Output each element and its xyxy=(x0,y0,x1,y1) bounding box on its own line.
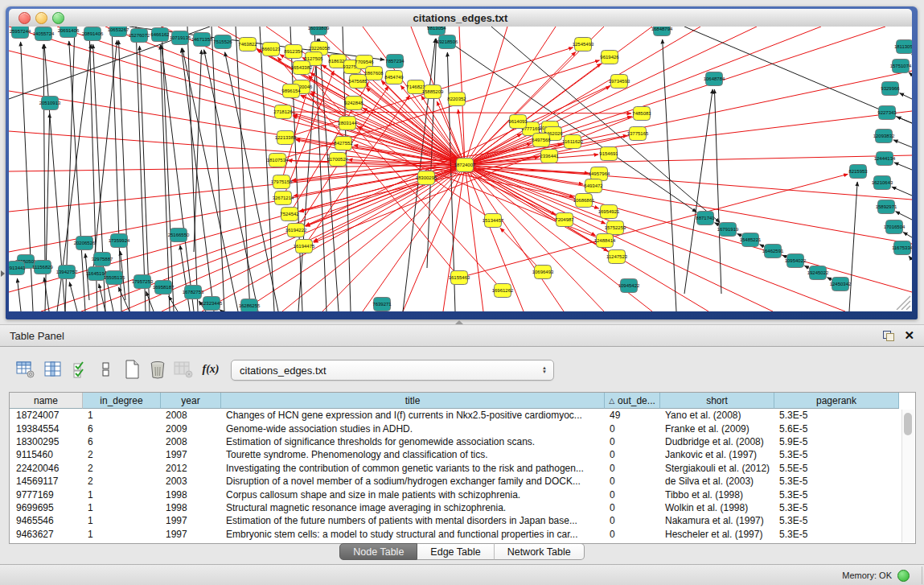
table-cell[interactable]: 5.3E-5 xyxy=(774,489,899,501)
table-cell[interactable]: 1998 xyxy=(161,502,221,513)
table-cell[interactable]: 9777169 xyxy=(10,489,83,501)
table-cell[interactable]: 1 xyxy=(83,529,161,540)
table-cell[interactable]: 6 xyxy=(83,436,161,447)
select-rows-icon[interactable] xyxy=(69,357,92,381)
network-node[interactable]: 16961262 xyxy=(492,284,514,298)
table-cell[interactable]: Yano et al. (2008) xyxy=(660,410,774,421)
network-node[interactable]: 7524542 xyxy=(280,208,299,221)
network-node[interactable]: 2336441 xyxy=(540,150,559,163)
network-node[interactable]: 9614093 xyxy=(508,115,528,129)
network-node[interactable]: 8871741 xyxy=(696,212,715,225)
table-row[interactable]: 1830029562008Estimation of significance … xyxy=(10,435,915,448)
network-node[interactable]: 12545493 xyxy=(573,38,594,51)
table-cell[interactable]: 9465546 xyxy=(10,515,83,526)
column-header-in_degree[interactable]: in_degree xyxy=(83,393,161,409)
network-node[interactable]: 3913441 xyxy=(9,262,26,275)
table-cell[interactable]: Structural magnetic resonance image aver… xyxy=(221,502,605,513)
network-node[interactable]: 8660123 xyxy=(261,43,281,56)
table-cell[interactable]: Stergiakouli et al. (2012) xyxy=(660,463,774,474)
tab-edge-table[interactable]: Edge Table xyxy=(417,543,494,560)
network-node[interactable]: 8215953 xyxy=(848,165,868,179)
table-cell[interactable]: 0 xyxy=(605,529,660,540)
table-cell[interactable]: 2 xyxy=(83,463,161,474)
table-cell[interactable]: 1997 xyxy=(161,529,221,540)
splitter-collapse-icon[interactable] xyxy=(1,270,5,277)
table-row[interactable]: 911546021997Tourette syndrome. Phenomeno… xyxy=(10,448,915,461)
network-node[interactable]: 7639271 xyxy=(372,298,392,311)
table-cell[interactable]: Jankovic et al. (1997) xyxy=(660,449,774,460)
network-node[interactable]: 5493472 xyxy=(584,179,603,193)
table-cell[interactable]: Estimation of the future numbers of pati… xyxy=(221,515,605,526)
network-node[interactable]: 11156829 xyxy=(32,261,53,274)
table-cell[interactable]: Wolkin et al. (1998) xyxy=(660,502,774,513)
column-header-pagerank[interactable]: pagerank xyxy=(774,393,899,409)
row-height-icon[interactable] xyxy=(95,357,117,381)
network-node[interactable]: 18300295 xyxy=(416,171,437,185)
table-row[interactable]: 946554611997Estimation of the future num… xyxy=(10,514,915,527)
network-node[interactable]: 10653267 xyxy=(108,27,129,37)
table-cell[interactable]: 2012 xyxy=(161,463,221,474)
network-node[interactable]: 18113054 xyxy=(894,40,912,54)
network-node[interactable]: 10696493 xyxy=(532,266,554,279)
network-node[interactable]: 8454749 xyxy=(384,71,404,84)
table-cell[interactable]: 0 xyxy=(605,502,660,513)
network-node[interactable]: 11611620 xyxy=(562,135,583,149)
network-node[interactable]: 19218506 xyxy=(437,35,458,49)
network-node[interactable]: 17359924 xyxy=(109,234,130,248)
column-header-out_de[interactable]: △out_de... xyxy=(605,393,660,409)
table-cell[interactable]: Dudbridge et al. (2008) xyxy=(660,436,774,447)
network-node[interactable]: 8220352 xyxy=(447,93,466,106)
network-node[interactable]: 14671358 xyxy=(191,33,213,47)
network-node[interactable]: 6497568 xyxy=(532,134,551,147)
network-node[interactable]: 16194222 xyxy=(285,224,307,237)
table-cell[interactable]: 5.3E-5 xyxy=(774,449,899,460)
network-node[interactable]: 16782753 xyxy=(183,286,204,299)
network-node[interactable]: 9619426 xyxy=(600,51,619,64)
table-cell[interactable]: 5.3E-5 xyxy=(774,515,899,526)
table-cell[interactable]: 1998 xyxy=(161,489,221,501)
table-row[interactable]: 946362711997Embryonic stem cells: a mode… xyxy=(10,528,915,541)
network-node[interactable]: 16210643 xyxy=(872,176,893,190)
network-node[interactable]: 32671214 xyxy=(273,192,294,205)
network-node[interactable]: 12444134 xyxy=(874,152,896,166)
table-scrollbar[interactable] xyxy=(901,410,914,542)
network-node[interactable]: 15485221 xyxy=(740,233,762,247)
network-node[interactable]: 8427552 xyxy=(334,137,353,150)
tab-network-table[interactable]: Network Table xyxy=(495,543,585,560)
table-cell[interactable]: Estimation of significance thresholds fo… xyxy=(221,436,605,447)
table-cell[interactable]: 1 xyxy=(83,489,161,501)
new-table-icon[interactable] xyxy=(121,357,143,381)
network-node[interactable]: 10648784 xyxy=(704,72,725,86)
table-row[interactable]: 1938455462009Genome-wide association stu… xyxy=(10,422,915,435)
table-cell[interactable]: Tourette syndrome. Phenomenology and cla… xyxy=(221,449,605,460)
table-cell[interactable]: 2008 xyxy=(161,410,221,421)
network-window-titlebar[interactable]: citations_edges.txt xyxy=(9,9,912,27)
function-builder-icon[interactable]: f(x) xyxy=(199,357,222,381)
network-node[interactable]: 9896154 xyxy=(281,84,301,98)
network-node[interactable]: 7857234 xyxy=(385,55,405,68)
table-cell[interactable]: 0 xyxy=(605,489,660,501)
network-node[interactable]: 7515526 xyxy=(213,35,232,49)
table-cell[interactable]: 9463627 xyxy=(10,529,83,540)
network-node[interactable]: 17975158 xyxy=(271,175,293,189)
network-node[interactable]: 10686861 xyxy=(573,194,595,208)
network-node[interactable]: 2867608 xyxy=(364,67,384,80)
network-node[interactable]: 16462591 xyxy=(762,245,784,258)
table-cell[interactable]: 2 xyxy=(83,476,161,487)
table-cell[interactable]: 22420046 xyxy=(10,463,83,474)
table-cell[interactable]: Corpus callosum shape and size in male p… xyxy=(221,489,605,501)
table-cell[interactable]: 0 xyxy=(605,515,660,526)
table-cell[interactable]: 2003 xyxy=(161,476,221,487)
node-table-body[interactable]: 1872400712008Changes of HCN gene express… xyxy=(10,409,915,541)
table-cell[interactable]: 2008 xyxy=(161,436,221,447)
table-cell[interactable]: 1997 xyxy=(161,449,221,460)
network-node[interactable]: 7204987 xyxy=(555,213,574,227)
network-node[interactable]: 17957253 xyxy=(132,275,154,289)
network-node[interactable]: 8813054 xyxy=(427,27,446,35)
network-node[interactable]: 14055724 xyxy=(33,27,55,41)
network-node[interactable]: 8912354 xyxy=(284,45,303,59)
minimize-window-icon[interactable] xyxy=(35,12,47,24)
network-node[interactable]: 5475685 xyxy=(348,75,368,89)
table-cell[interactable]: Embryonic stem cells: a model to study s… xyxy=(221,529,605,540)
network-node[interactable]: 15885209 xyxy=(422,85,444,99)
